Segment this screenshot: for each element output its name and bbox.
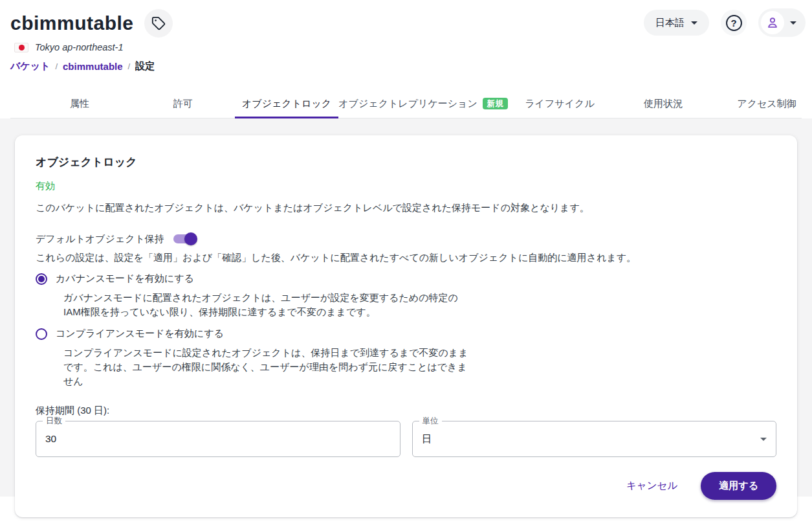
japan-flag-icon: [14, 43, 28, 52]
person-icon: [765, 16, 780, 30]
tab-lifecycle[interactable]: ライフサイクル: [508, 89, 611, 118]
breadcrumb-current: 設定: [135, 60, 155, 73]
tag-icon: [151, 16, 166, 30]
breadcrumb: バケット / cbimmutable / 設定: [10, 60, 802, 73]
chevron-down-icon: [691, 21, 697, 25]
status-enabled: 有効: [36, 180, 776, 192]
retention-period-label: 保持期間 (30 日):: [36, 405, 776, 417]
days-input[interactable]: [36, 433, 400, 445]
governance-mode-radio[interactable]: [36, 273, 47, 285]
language-selector-button[interactable]: 日本語: [644, 10, 709, 36]
page-content: オブジェクトロック 有効 このバケットに配置されたオブジェクトは、バケットまたは…: [0, 118, 812, 497]
governance-mode-description: ガバナンスモードに配置されたオブジェクトは、ユーザーが設定を変更するための特定の…: [63, 291, 776, 319]
breadcrumb-separator: /: [55, 62, 58, 71]
panel-description: このバケットに配置されたオブジェクトは、バケットまたはオブジェクトレベルで設定さ…: [36, 202, 776, 214]
page-header: cbimmutable Tokyo ap-northeast-1 バケット / …: [0, 0, 812, 118]
cancel-button[interactable]: キャンセル: [622, 473, 681, 499]
region-indicator: Tokyo ap-northeast-1: [14, 42, 802, 52]
tab-object-replication[interactable]: オブジェクトレプリケーション 新規: [338, 89, 508, 118]
compliance-mode-description: コンプライアンスモードに設定されたオブジェクトは、保持日まで到達するまで不変のま…: [63, 346, 776, 388]
tab-utilization[interactable]: 使用状況: [611, 89, 715, 118]
tab-access-control[interactable]: アクセス制御: [715, 89, 812, 118]
panel-heading: オブジェクトロック: [36, 155, 776, 170]
help-button[interactable]: ?: [721, 10, 747, 36]
days-field-label: 日数: [43, 416, 65, 427]
question-mark-icon: ?: [726, 15, 742, 31]
tab-permissions[interactable]: 許可: [131, 89, 235, 118]
unit-field[interactable]: 単位 日: [412, 421, 777, 457]
unit-field-label: 単位: [419, 416, 442, 427]
tab-properties[interactable]: 属性: [28, 89, 131, 118]
new-badge: 新規: [483, 98, 508, 110]
default-retention-toggle[interactable]: [173, 232, 195, 245]
account-menu-button[interactable]: [758, 8, 806, 37]
page-title: cbimmutable: [10, 12, 134, 34]
unit-selected-value: 日: [413, 432, 761, 446]
chevron-down-icon: [790, 21, 796, 25]
bucket-settings-tabs: 属性 許可 オブジェクトロック オブジェクトレプリケーション 新規 ライフサイク…: [10, 89, 802, 118]
governance-mode-label: カバナンスモードを有効にする: [56, 273, 194, 285]
region-label: Tokyo ap-northeast-1: [35, 42, 124, 52]
default-retention-label: デフォルトオブジェクト保持: [36, 233, 164, 245]
dropdown-caret-icon: [760, 438, 767, 441]
breadcrumb-buckets-link[interactable]: バケット: [10, 60, 50, 73]
days-field: 日数: [36, 421, 401, 457]
compliance-mode-label: コンプライアンスモードを有効にする: [56, 328, 224, 340]
language-label: 日本語: [655, 17, 685, 29]
tab-object-lock[interactable]: オブジェクトロック: [235, 89, 338, 118]
breadcrumb-separator: /: [128, 62, 131, 71]
apply-button[interactable]: 適用する: [701, 472, 776, 500]
tags-button[interactable]: [144, 9, 173, 38]
compliance-mode-radio[interactable]: [36, 328, 47, 340]
toggle-knob: [184, 232, 197, 245]
object-lock-panel: オブジェクトロック 有効 このバケットに配置されたオブジェクトは、バケットまたは…: [15, 135, 797, 517]
breadcrumb-bucket-link[interactable]: cbimmutable: [63, 61, 123, 72]
settings-note: これらの設定は、設定を「適用」および「確認」した後、バケットに配置されたすべての…: [36, 252, 776, 264]
avatar: [761, 11, 784, 34]
